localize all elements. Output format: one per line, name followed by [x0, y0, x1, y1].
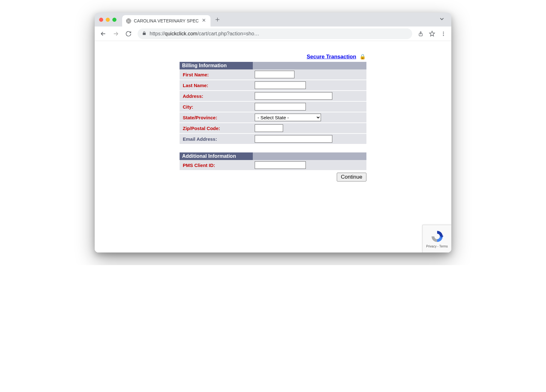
address-input[interactable] — [255, 92, 332, 100]
svg-point-4 — [443, 35, 444, 36]
svg-point-3 — [443, 33, 444, 34]
window-controls — [99, 18, 116, 22]
billing-form-table: Billing Information First Name: Last Nam… — [180, 62, 366, 171]
recaptcha-links: Privacy - Terms — [426, 245, 448, 248]
page-content: Secure Transaction 🔒 Billing Information… — [95, 41, 451, 252]
form-wrapper: Secure Transaction 🔒 Billing Information… — [180, 54, 366, 181]
tab-close-button[interactable] — [201, 17, 207, 24]
state-label: State/Province: — [180, 112, 253, 123]
window-minimize-button[interactable] — [106, 18, 110, 22]
reload-button[interactable] — [123, 28, 134, 39]
lock-icon — [142, 31, 146, 36]
secure-transaction-link[interactable]: Secure Transaction — [307, 54, 356, 60]
url-prefix: https:// — [150, 31, 165, 36]
url-host: quickclick.com — [165, 31, 197, 36]
browser-tab[interactable]: CAROLINA VETERINARY SPECI — [122, 15, 211, 27]
zip-input[interactable] — [255, 124, 283, 132]
recaptcha-privacy-link[interactable]: Privacy — [426, 245, 436, 248]
first-name-input[interactable] — [255, 71, 294, 78]
address-label: Address: — [180, 91, 253, 101]
share-icon[interactable] — [416, 29, 425, 39]
tab-title: CAROLINA VETERINARY SPECI — [134, 18, 199, 23]
back-button[interactable] — [98, 28, 109, 39]
email-input[interactable] — [255, 135, 332, 143]
tab-overflow-button[interactable] — [439, 16, 447, 24]
new-tab-button[interactable] — [213, 15, 222, 24]
last-name-label: Last Name: — [180, 80, 253, 91]
recaptcha-sep: - — [436, 245, 439, 248]
window-close-button[interactable] — [99, 18, 103, 22]
city-input[interactable] — [255, 103, 306, 110]
billing-section-header: Billing Information — [180, 62, 253, 69]
secure-transaction-row: Secure Transaction 🔒 — [180, 54, 366, 62]
city-label: City: — [180, 101, 253, 112]
window-maximize-button[interactable] — [112, 18, 116, 22]
pms-label: PMS Client ID: — [180, 160, 253, 170]
continue-row: Continue — [180, 171, 366, 181]
last-name-input[interactable] — [255, 81, 306, 89]
recaptcha-badge[interactable]: Privacy - Terms — [422, 225, 451, 252]
svg-point-2 — [443, 32, 444, 33]
pms-input[interactable] — [255, 161, 306, 169]
url-path: /cart/cart.php?action=sho… — [197, 31, 259, 36]
additional-section-header: Additional Information — [180, 152, 253, 160]
billing-section-header-right — [253, 62, 366, 69]
email-label: Email Address: — [180, 134, 253, 144]
address-bar[interactable]: https://quickclick.com/cart/cart.php?act… — [138, 28, 412, 39]
bookmark-icon[interactable] — [427, 29, 437, 39]
padlock-icon: 🔒 — [359, 54, 366, 59]
menu-icon[interactable] — [439, 29, 448, 39]
title-bar: CAROLINA VETERINARY SPECI — [95, 13, 451, 27]
nav-bar: https://quickclick.com/cart/cart.php?act… — [95, 27, 451, 41]
globe-icon — [126, 18, 131, 24]
continue-button[interactable]: Continue — [337, 173, 366, 181]
first-name-label: First Name: — [180, 69, 253, 80]
browser-window: CAROLINA VETERINARY SPECI https://qui — [95, 13, 451, 252]
recaptcha-icon — [430, 229, 444, 243]
additional-section-header-right — [253, 152, 366, 160]
forward-button[interactable] — [110, 28, 121, 39]
zip-label: Zip/Postal Code: — [180, 123, 253, 134]
recaptcha-terms-link[interactable]: Terms — [439, 245, 448, 248]
state-select[interactable]: - Select State - — [255, 114, 321, 121]
url-text: https://quickclick.com/cart/cart.php?act… — [150, 31, 408, 37]
